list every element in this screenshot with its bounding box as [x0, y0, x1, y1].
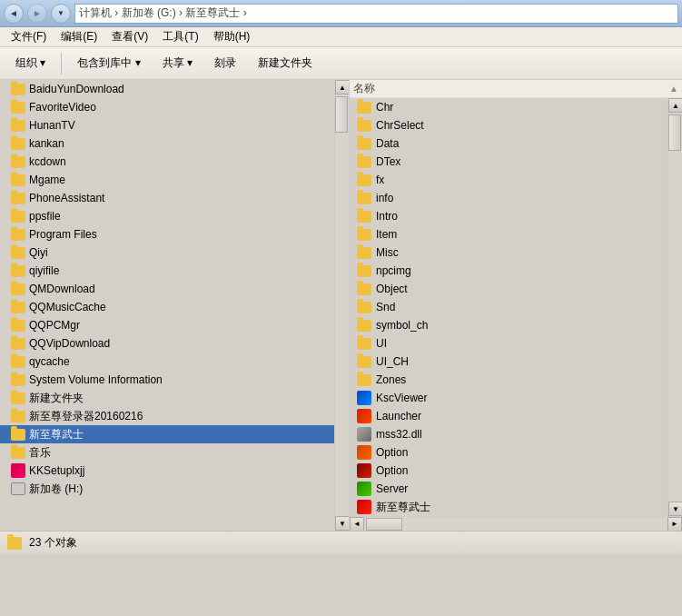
right-file-item[interactable]: Data — [350, 134, 667, 153]
folder-icon — [11, 283, 25, 295]
toolbar: 组织 ▾ 包含到库中 ▾ 共享 ▾ 刻录 新建文件夹 — [0, 47, 682, 80]
file-name: fx — [376, 174, 384, 186]
horizontal-scrollbar[interactable]: ◄ ► — [350, 516, 682, 531]
left-folder-item[interactable]: Qiyi — [0, 243, 334, 262]
right-file-item[interactable]: KscViewer — [350, 389, 667, 407]
left-folder-item[interactable]: System Volume Information — [0, 371, 334, 389]
new-folder-button[interactable]: 新建文件夹 — [248, 51, 322, 75]
up-button[interactable]: ▼ — [51, 4, 71, 24]
right-file-item[interactable]: Option — [350, 462, 667, 480]
left-folder-item[interactable]: QQVipDownload — [0, 334, 334, 353]
left-folder-item[interactable]: QQMusicCache — [0, 298, 334, 316]
include-library-button[interactable]: 包含到库中 ▾ — [67, 51, 150, 75]
left-folder-item[interactable]: 新至尊登录器20160216 — [0, 407, 334, 425]
right-file-item[interactable]: Item — [350, 225, 667, 243]
left-folder-item[interactable]: 新至尊武士 — [0, 425, 334, 443]
folder-icon — [357, 229, 371, 241]
scroll-right-btn[interactable]: ► — [667, 517, 682, 532]
title-bar: ◄ ► ▼ 计算机 › 新加卷 (G:) › 新至尊武士 › — [0, 0, 682, 27]
right-file-item[interactable]: Launcher — [350, 407, 667, 425]
menu-tools[interactable]: 工具(T) — [155, 27, 205, 46]
left-folder-item[interactable]: KKSetuplxjj — [0, 462, 334, 480]
scroll-track-left[interactable] — [335, 94, 349, 516]
menu-view[interactable]: 查看(V) — [104, 27, 155, 46]
scroll-left-btn[interactable]: ◄ — [350, 517, 364, 532]
right-file-item[interactable]: Misc — [350, 243, 667, 262]
right-file-item[interactable]: UI — [350, 334, 667, 353]
file-name: mss32.dll — [376, 428, 422, 441]
menu-edit[interactable]: 编辑(E) — [54, 27, 104, 46]
menu-help[interactable]: 帮助(H) — [206, 27, 258, 46]
folder-icon — [357, 102, 371, 114]
left-folder-item[interactable]: qycache — [0, 353, 334, 371]
status-folder-icon — [7, 537, 22, 550]
left-folder-item[interactable]: PhoneAssistant — [0, 189, 334, 207]
scroll-down-right[interactable]: ▼ — [668, 502, 682, 516]
folder-icon — [11, 265, 25, 277]
right-file-item[interactable]: UI_CH — [350, 353, 667, 371]
right-file-item[interactable]: 新至尊武士 — [350, 498, 667, 516]
left-folder-item[interactable]: 音乐 — [0, 443, 334, 462]
left-folder-item[interactable]: qiyifile — [0, 262, 334, 280]
right-file-item[interactable]: Option — [350, 443, 667, 462]
burn-button[interactable]: 刻录 — [204, 51, 246, 75]
left-folder-item[interactable]: HunanTV — [0, 116, 334, 134]
folder-icon — [357, 174, 371, 186]
folder-icon — [11, 338, 25, 350]
left-folder-item[interactable]: Mgame — [0, 171, 334, 189]
file-name: ChrSelect — [376, 119, 424, 132]
left-folder-item[interactable]: BaiduYunDownload — [0, 80, 334, 98]
right-file-item[interactable]: DTex — [350, 153, 667, 171]
folder-icon — [357, 302, 371, 313]
file-name: UI — [376, 337, 387, 350]
folder-icon — [11, 411, 25, 422]
left-folder-list: BaiduYunDownloadFavoriteVideoHunanTVkank… — [0, 80, 334, 531]
right-file-item[interactable]: Snd — [350, 298, 667, 316]
scroll-up-right[interactable]: ▲ — [668, 98, 682, 113]
left-folder-item[interactable]: QQPCMgr — [0, 316, 334, 334]
right-file-item[interactable]: symbol_ch — [350, 316, 667, 334]
right-file-item[interactable]: Intro — [350, 207, 667, 225]
folder-icon — [357, 356, 371, 368]
forward-button[interactable]: ► — [27, 4, 47, 24]
folder-icon — [11, 156, 25, 168]
file-name: Server — [376, 482, 408, 495]
file-name: Intro — [376, 210, 398, 223]
scroll-thumb-right[interactable] — [668, 114, 681, 151]
h-scroll-track[interactable] — [364, 517, 667, 532]
left-folder-item[interactable]: QMDownload — [0, 280, 334, 298]
sort-arrow: ▲ — [669, 84, 678, 94]
right-file-item[interactable]: mss32.dll — [350, 425, 667, 443]
left-folder-item[interactable]: kankan — [0, 134, 334, 153]
back-button[interactable]: ◄ — [4, 4, 24, 24]
left-folder-item[interactable]: Program Files — [0, 225, 334, 243]
right-file-item[interactable]: Server — [350, 480, 667, 498]
share-button[interactable]: 共享 ▾ — [153, 51, 203, 75]
left-folder-item[interactable]: FavoriteVideo — [0, 98, 334, 116]
right-file-item[interactable]: Zones — [350, 371, 667, 389]
menu-file[interactable]: 文件(F) — [4, 27, 54, 46]
scroll-up-left[interactable]: ▲ — [335, 80, 349, 94]
left-folder-item[interactable]: ppsfile — [0, 207, 334, 225]
left-folder-item[interactable]: 新加卷 (H:) — [0, 480, 334, 498]
folder-icon — [357, 338, 371, 350]
right-file-item[interactable]: fx — [350, 171, 667, 189]
organize-button[interactable]: 组织 ▾ — [5, 51, 55, 75]
right-file-item[interactable]: info — [350, 189, 667, 207]
scroll-track-right[interactable] — [668, 113, 682, 502]
left-scrollbar[interactable]: ▲ ▼ — [334, 80, 349, 531]
left-folder-item[interactable]: kcdown — [0, 153, 334, 171]
right-file-item[interactable]: npcimg — [350, 262, 667, 280]
file-name: Option — [376, 446, 408, 459]
address-bar[interactable]: 计算机 › 新加卷 (G:) › 新至尊武士 › — [74, 4, 678, 24]
scroll-thumb-left[interactable] — [335, 96, 348, 133]
file-name: Item — [376, 228, 397, 241]
right-file-item[interactable]: Object — [350, 280, 667, 298]
folder-name: Qiyi — [29, 246, 48, 259]
right-file-item[interactable]: Chr — [350, 98, 667, 116]
scroll-down-left[interactable]: ▼ — [335, 516, 349, 531]
right-scrollbar[interactable]: ▲ ▼ — [667, 98, 682, 516]
h-scroll-thumb[interactable] — [366, 518, 402, 531]
left-folder-item[interactable]: 新建文件夹 — [0, 389, 334, 407]
right-file-item[interactable]: ChrSelect — [350, 116, 667, 134]
